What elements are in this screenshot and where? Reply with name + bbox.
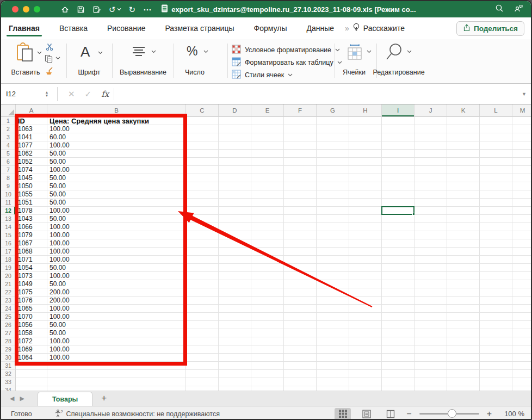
cell-J8[interactable]	[415, 174, 447, 182]
cell-F34[interactable]	[284, 386, 317, 391]
cell-E9[interactable]	[251, 182, 284, 190]
cell-K18[interactable]	[447, 256, 480, 264]
row-header-33[interactable]: 33	[1, 378, 16, 386]
cell-L33[interactable]	[480, 378, 512, 386]
copy-icon[interactable]	[45, 54, 53, 65]
cell-D12[interactable]	[219, 207, 251, 215]
cell-H20[interactable]	[349, 272, 382, 280]
cell-K34[interactable]	[447, 386, 480, 391]
cell-E22[interactable]	[251, 288, 284, 297]
insert-function-icon[interactable]: fx	[101, 89, 109, 99]
zoom-in-button[interactable]: +	[487, 409, 492, 419]
cell-H9[interactable]	[349, 182, 382, 190]
cell-M21[interactable]	[512, 280, 532, 288]
cell-E17[interactable]	[251, 248, 284, 256]
row-header-9[interactable]: 9	[1, 182, 16, 190]
cell-J11[interactable]	[415, 199, 447, 207]
cell-G21[interactable]	[317, 280, 349, 288]
contacts-icon[interactable]	[514, 4, 523, 15]
cell-A30[interactable]: 1064	[16, 354, 47, 362]
zoom-slider[interactable]	[419, 413, 479, 415]
cell-I8[interactable]	[382, 174, 415, 182]
cell-K29[interactable]	[447, 345, 480, 354]
cell-I15[interactable]	[382, 231, 415, 239]
cell-M31[interactable]	[512, 362, 532, 370]
page-break-view-button[interactable]	[382, 408, 399, 420]
cell-K12[interactable]	[447, 207, 480, 215]
row-header-5[interactable]: 5	[1, 150, 16, 158]
cell-E26[interactable]	[251, 321, 284, 329]
cell-F17[interactable]	[284, 248, 317, 256]
cell-E31[interactable]	[251, 362, 284, 370]
cell-A15[interactable]: 1079	[16, 231, 47, 239]
cell-K30[interactable]	[447, 354, 480, 362]
format-painter-icon[interactable]	[45, 66, 54, 78]
cell-C17[interactable]	[186, 248, 219, 256]
cell-B30[interactable]: 100.00	[47, 354, 186, 362]
cell-M34[interactable]	[512, 386, 532, 391]
cell-H6[interactable]	[349, 158, 382, 166]
cell-L17[interactable]	[480, 248, 512, 256]
cell-I3[interactable]	[382, 133, 415, 141]
cell-D7[interactable]	[219, 166, 251, 174]
cell-E11[interactable]	[251, 199, 284, 207]
cell-C10[interactable]	[186, 190, 219, 199]
cell-E34[interactable]	[251, 386, 284, 391]
cell-D28[interactable]	[219, 337, 251, 345]
cell-L25[interactable]	[480, 313, 512, 321]
row-header-28[interactable]: 28	[1, 337, 16, 345]
cell-K5[interactable]	[447, 150, 480, 158]
cell-J34[interactable]	[415, 386, 447, 391]
cell-J13[interactable]	[415, 215, 447, 223]
cell-C33[interactable]	[186, 378, 219, 386]
cell-H3[interactable]	[349, 133, 382, 141]
row-header-18[interactable]: 18	[1, 256, 16, 264]
cell-I24[interactable]	[382, 305, 415, 313]
cell-I21[interactable]	[382, 280, 415, 288]
alignment-dropdown-icon[interactable]	[151, 50, 156, 53]
cell-I26[interactable]	[382, 321, 415, 329]
cell-G23[interactable]	[317, 297, 349, 305]
column-header-K[interactable]: K	[447, 104, 480, 117]
editing-dropdown-icon[interactable]	[407, 50, 412, 53]
tab-draw[interactable]: Рисование	[106, 19, 147, 38]
column-header-F[interactable]: F	[284, 104, 317, 117]
cell-K31[interactable]	[447, 362, 480, 370]
cell-C28[interactable]	[186, 337, 219, 345]
cell-B17[interactable]: 100.00	[47, 248, 186, 256]
cell-F7[interactable]	[284, 166, 317, 174]
zoom-level[interactable]: 100 %	[499, 410, 524, 418]
cell-C18[interactable]	[186, 256, 219, 264]
column-header-E[interactable]: E	[251, 104, 284, 117]
cell-E33[interactable]	[251, 378, 284, 386]
cell-L6[interactable]	[480, 158, 512, 166]
column-header-G[interactable]: G	[317, 104, 349, 117]
cell-M27[interactable]	[512, 329, 532, 337]
cell-M6[interactable]	[512, 158, 532, 166]
cell-F23[interactable]	[284, 297, 317, 305]
cell-F6[interactable]	[284, 158, 317, 166]
cell-C14[interactable]	[186, 223, 219, 231]
cell-A17[interactable]: 1068	[16, 248, 47, 256]
cell-C29[interactable]	[186, 345, 219, 354]
cell-A6[interactable]: 1052	[16, 158, 47, 166]
cell-E15[interactable]	[251, 231, 284, 239]
cell-K21[interactable]	[447, 280, 480, 288]
cell-K20[interactable]	[447, 272, 480, 280]
cell-K26[interactable]	[447, 321, 480, 329]
cell-I32[interactable]	[382, 370, 415, 378]
cell-H31[interactable]	[349, 362, 382, 370]
cell-I31[interactable]	[382, 362, 415, 370]
cell-J30[interactable]	[415, 354, 447, 362]
cell-A9[interactable]: 1050	[16, 182, 47, 190]
cell-H17[interactable]	[349, 248, 382, 256]
cell-M24[interactable]	[512, 305, 532, 313]
cell-G13[interactable]	[317, 215, 349, 223]
cell-K15[interactable]	[447, 231, 480, 239]
cell-I19[interactable]	[382, 264, 415, 272]
cell-M7[interactable]	[512, 166, 532, 174]
cell-I1[interactable]	[382, 117, 415, 125]
cell-F28[interactable]	[284, 337, 317, 345]
cell-D10[interactable]	[219, 190, 251, 199]
row-header-26[interactable]: 26	[1, 321, 16, 329]
